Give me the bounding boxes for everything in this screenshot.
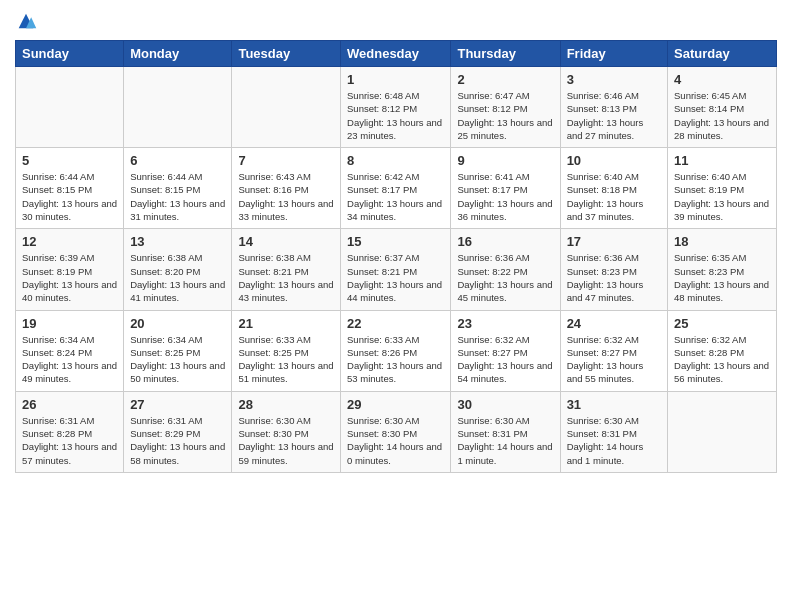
day-info: Sunrise: 6:32 AM Sunset: 8:28 PM Dayligh… xyxy=(674,333,770,386)
calendar-cell: 24Sunrise: 6:32 AM Sunset: 8:27 PM Dayli… xyxy=(560,310,667,391)
day-info: Sunrise: 6:31 AM Sunset: 8:29 PM Dayligh… xyxy=(130,414,225,467)
calendar-cell: 27Sunrise: 6:31 AM Sunset: 8:29 PM Dayli… xyxy=(124,391,232,472)
day-number: 16 xyxy=(457,234,553,249)
day-info: Sunrise: 6:42 AM Sunset: 8:17 PM Dayligh… xyxy=(347,170,444,223)
logo-icon xyxy=(15,10,37,32)
calendar-cell: 23Sunrise: 6:32 AM Sunset: 8:27 PM Dayli… xyxy=(451,310,560,391)
day-number: 14 xyxy=(238,234,334,249)
day-number: 10 xyxy=(567,153,661,168)
day-number: 25 xyxy=(674,316,770,331)
day-number: 8 xyxy=(347,153,444,168)
day-number: 17 xyxy=(567,234,661,249)
calendar-cell: 6Sunrise: 6:44 AM Sunset: 8:15 PM Daylig… xyxy=(124,148,232,229)
calendar-week-row: 5Sunrise: 6:44 AM Sunset: 8:15 PM Daylig… xyxy=(16,148,777,229)
calendar-cell: 25Sunrise: 6:32 AM Sunset: 8:28 PM Dayli… xyxy=(668,310,777,391)
calendar-cell: 2Sunrise: 6:47 AM Sunset: 8:12 PM Daylig… xyxy=(451,67,560,148)
day-info: Sunrise: 6:44 AM Sunset: 8:15 PM Dayligh… xyxy=(22,170,117,223)
day-info: Sunrise: 6:34 AM Sunset: 8:24 PM Dayligh… xyxy=(22,333,117,386)
day-info: Sunrise: 6:36 AM Sunset: 8:22 PM Dayligh… xyxy=(457,251,553,304)
day-header-sunday: Sunday xyxy=(16,41,124,67)
calendar-cell: 18Sunrise: 6:35 AM Sunset: 8:23 PM Dayli… xyxy=(668,229,777,310)
day-number: 15 xyxy=(347,234,444,249)
day-info: Sunrise: 6:48 AM Sunset: 8:12 PM Dayligh… xyxy=(347,89,444,142)
calendar-cell: 22Sunrise: 6:33 AM Sunset: 8:26 PM Dayli… xyxy=(341,310,451,391)
day-info: Sunrise: 6:38 AM Sunset: 8:20 PM Dayligh… xyxy=(130,251,225,304)
day-info: Sunrise: 6:30 AM Sunset: 8:31 PM Dayligh… xyxy=(457,414,553,467)
calendar-cell: 12Sunrise: 6:39 AM Sunset: 8:19 PM Dayli… xyxy=(16,229,124,310)
day-info: Sunrise: 6:45 AM Sunset: 8:14 PM Dayligh… xyxy=(674,89,770,142)
calendar-week-row: 1Sunrise: 6:48 AM Sunset: 8:12 PM Daylig… xyxy=(16,67,777,148)
day-number: 28 xyxy=(238,397,334,412)
day-info: Sunrise: 6:33 AM Sunset: 8:25 PM Dayligh… xyxy=(238,333,334,386)
day-info: Sunrise: 6:39 AM Sunset: 8:19 PM Dayligh… xyxy=(22,251,117,304)
calendar-cell: 7Sunrise: 6:43 AM Sunset: 8:16 PM Daylig… xyxy=(232,148,341,229)
calendar-cell: 3Sunrise: 6:46 AM Sunset: 8:13 PM Daylig… xyxy=(560,67,667,148)
day-header-saturday: Saturday xyxy=(668,41,777,67)
calendar-cell: 10Sunrise: 6:40 AM Sunset: 8:18 PM Dayli… xyxy=(560,148,667,229)
calendar-cell xyxy=(124,67,232,148)
calendar-header-row: SundayMondayTuesdayWednesdayThursdayFrid… xyxy=(16,41,777,67)
calendar-cell: 29Sunrise: 6:30 AM Sunset: 8:30 PM Dayli… xyxy=(341,391,451,472)
day-number: 2 xyxy=(457,72,553,87)
calendar-cell: 4Sunrise: 6:45 AM Sunset: 8:14 PM Daylig… xyxy=(668,67,777,148)
calendar-week-row: 26Sunrise: 6:31 AM Sunset: 8:28 PM Dayli… xyxy=(16,391,777,472)
day-info: Sunrise: 6:32 AM Sunset: 8:27 PM Dayligh… xyxy=(457,333,553,386)
day-number: 18 xyxy=(674,234,770,249)
day-number: 5 xyxy=(22,153,117,168)
day-number: 29 xyxy=(347,397,444,412)
calendar-cell: 5Sunrise: 6:44 AM Sunset: 8:15 PM Daylig… xyxy=(16,148,124,229)
day-number: 9 xyxy=(457,153,553,168)
day-header-thursday: Thursday xyxy=(451,41,560,67)
day-number: 11 xyxy=(674,153,770,168)
calendar-cell: 1Sunrise: 6:48 AM Sunset: 8:12 PM Daylig… xyxy=(341,67,451,148)
day-number: 20 xyxy=(130,316,225,331)
calendar-cell: 9Sunrise: 6:41 AM Sunset: 8:17 PM Daylig… xyxy=(451,148,560,229)
day-info: Sunrise: 6:31 AM Sunset: 8:28 PM Dayligh… xyxy=(22,414,117,467)
calendar-cell: 26Sunrise: 6:31 AM Sunset: 8:28 PM Dayli… xyxy=(16,391,124,472)
day-number: 7 xyxy=(238,153,334,168)
calendar-cell: 19Sunrise: 6:34 AM Sunset: 8:24 PM Dayli… xyxy=(16,310,124,391)
calendar-cell xyxy=(232,67,341,148)
day-info: Sunrise: 6:35 AM Sunset: 8:23 PM Dayligh… xyxy=(674,251,770,304)
page: SundayMondayTuesdayWednesdayThursdayFrid… xyxy=(0,0,792,612)
day-number: 24 xyxy=(567,316,661,331)
day-number: 3 xyxy=(567,72,661,87)
calendar-cell: 28Sunrise: 6:30 AM Sunset: 8:30 PM Dayli… xyxy=(232,391,341,472)
day-info: Sunrise: 6:32 AM Sunset: 8:27 PM Dayligh… xyxy=(567,333,661,386)
day-number: 6 xyxy=(130,153,225,168)
day-number: 26 xyxy=(22,397,117,412)
calendar-cell: 31Sunrise: 6:30 AM Sunset: 8:31 PM Dayli… xyxy=(560,391,667,472)
day-info: Sunrise: 6:36 AM Sunset: 8:23 PM Dayligh… xyxy=(567,251,661,304)
day-number: 19 xyxy=(22,316,117,331)
day-number: 4 xyxy=(674,72,770,87)
calendar-week-row: 12Sunrise: 6:39 AM Sunset: 8:19 PM Dayli… xyxy=(16,229,777,310)
day-info: Sunrise: 6:44 AM Sunset: 8:15 PM Dayligh… xyxy=(130,170,225,223)
day-info: Sunrise: 6:38 AM Sunset: 8:21 PM Dayligh… xyxy=(238,251,334,304)
day-info: Sunrise: 6:40 AM Sunset: 8:18 PM Dayligh… xyxy=(567,170,661,223)
calendar-cell: 20Sunrise: 6:34 AM Sunset: 8:25 PM Dayli… xyxy=(124,310,232,391)
day-number: 12 xyxy=(22,234,117,249)
calendar-week-row: 19Sunrise: 6:34 AM Sunset: 8:24 PM Dayli… xyxy=(16,310,777,391)
day-number: 1 xyxy=(347,72,444,87)
calendar-table: SundayMondayTuesdayWednesdayThursdayFrid… xyxy=(15,40,777,473)
calendar-cell xyxy=(668,391,777,472)
day-number: 13 xyxy=(130,234,225,249)
calendar-cell: 11Sunrise: 6:40 AM Sunset: 8:19 PM Dayli… xyxy=(668,148,777,229)
day-info: Sunrise: 6:33 AM Sunset: 8:26 PM Dayligh… xyxy=(347,333,444,386)
calendar-cell: 17Sunrise: 6:36 AM Sunset: 8:23 PM Dayli… xyxy=(560,229,667,310)
day-info: Sunrise: 6:46 AM Sunset: 8:13 PM Dayligh… xyxy=(567,89,661,142)
calendar-cell xyxy=(16,67,124,148)
day-number: 22 xyxy=(347,316,444,331)
header xyxy=(15,10,777,32)
calendar-cell: 21Sunrise: 6:33 AM Sunset: 8:25 PM Dayli… xyxy=(232,310,341,391)
day-info: Sunrise: 6:47 AM Sunset: 8:12 PM Dayligh… xyxy=(457,89,553,142)
calendar-cell: 16Sunrise: 6:36 AM Sunset: 8:22 PM Dayli… xyxy=(451,229,560,310)
day-info: Sunrise: 6:30 AM Sunset: 8:30 PM Dayligh… xyxy=(238,414,334,467)
day-info: Sunrise: 6:41 AM Sunset: 8:17 PM Dayligh… xyxy=(457,170,553,223)
calendar-cell: 13Sunrise: 6:38 AM Sunset: 8:20 PM Dayli… xyxy=(124,229,232,310)
day-header-monday: Monday xyxy=(124,41,232,67)
day-header-tuesday: Tuesday xyxy=(232,41,341,67)
day-number: 27 xyxy=(130,397,225,412)
calendar-cell: 30Sunrise: 6:30 AM Sunset: 8:31 PM Dayli… xyxy=(451,391,560,472)
day-number: 21 xyxy=(238,316,334,331)
